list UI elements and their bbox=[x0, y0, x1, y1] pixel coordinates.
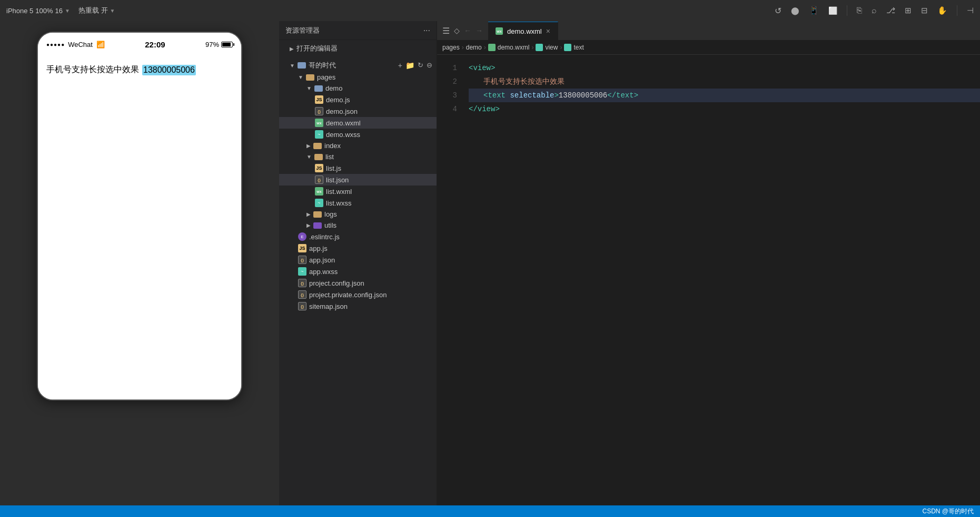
demo-wxml-label: demo.wxml bbox=[326, 119, 361, 127]
breadcrumb-sep-1: › bbox=[462, 44, 464, 51]
pages-folder[interactable]: ▼ pages bbox=[279, 72, 437, 83]
sitemap-file[interactable]: {} sitemap.json bbox=[279, 300, 437, 312]
copy-icon[interactable]: ⎘ bbox=[857, 6, 862, 15]
logs-label: logs bbox=[324, 210, 337, 218]
list-wxml-icon: wx bbox=[315, 187, 323, 196]
bookmark-icon[interactable]: ◇ bbox=[454, 26, 460, 35]
list-js-icon: JS bbox=[315, 164, 323, 172]
breadcrumb-sep-3: › bbox=[531, 44, 533, 51]
app-json-icon: {} bbox=[298, 256, 306, 264]
logs-folder-icon bbox=[313, 211, 322, 218]
list-label: list bbox=[325, 153, 334, 161]
hamburger-icon[interactable]: ☰ bbox=[442, 26, 450, 36]
project-name-label: 哥的时代 bbox=[309, 61, 336, 70]
window-icon[interactable]: ⬜ bbox=[828, 6, 837, 15]
device-selector[interactable]: iPhone 5 100% 16 ▼ bbox=[6, 7, 70, 15]
project-folder[interactable]: ▼ 哥的时代 + 📁 ↻ ⊖ bbox=[279, 59, 437, 72]
project-config-file[interactable]: {} project.config.json bbox=[279, 277, 437, 289]
open-editors-label: 打开的编辑器 bbox=[296, 44, 338, 53]
branch-icon[interactable]: ⎇ bbox=[886, 6, 895, 15]
logs-folder[interactable]: ▶ logs bbox=[279, 209, 437, 220]
eslint-icon: E bbox=[298, 232, 306, 241]
grid-icon[interactable]: ⊞ bbox=[905, 6, 912, 15]
breadcrumb-text: text bbox=[573, 44, 583, 51]
phone-battery: 97% bbox=[205, 41, 233, 48]
refresh-tree-icon[interactable]: ↻ bbox=[418, 61, 423, 70]
list-js-label: list.js bbox=[326, 164, 341, 172]
project-private-file[interactable]: {} project.private.config.json bbox=[279, 289, 437, 300]
collapse-all-icon[interactable]: ⊖ bbox=[427, 61, 432, 70]
code-line-2: 手机号支持长按选中效果 bbox=[469, 75, 980, 89]
app-json-label: app.json bbox=[309, 256, 335, 264]
app-wxss-file[interactable]: ~ app.wxss bbox=[279, 266, 437, 277]
phone-content: 手机号支持长按选中效果 13800005006 bbox=[38, 56, 241, 399]
back-icon[interactable]: ← bbox=[464, 26, 471, 35]
tab-close-btn[interactable]: × bbox=[546, 27, 550, 35]
list-folder[interactable]: ▼ list bbox=[279, 151, 437, 162]
code-phone-value: 13800005006 bbox=[559, 89, 607, 102]
phone-icon[interactable]: 📱 bbox=[809, 6, 819, 15]
top-bar-left: iPhone 5 100% 16 ▼ 热重载 开 ▼ bbox=[6, 6, 115, 15]
refresh-icon[interactable]: ↺ bbox=[775, 6, 781, 16]
credit-label: CSDN @哥的时代 bbox=[922, 507, 974, 516]
forward-icon[interactable]: → bbox=[476, 26, 483, 35]
project-config-icon: {} bbox=[298, 279, 306, 287]
add-file-icon[interactable]: + bbox=[398, 61, 402, 70]
split-icon[interactable]: ⊣ bbox=[967, 6, 974, 15]
carrier-label: WeChat bbox=[68, 41, 93, 48]
demo-json-file[interactable]: {} demo.json bbox=[279, 105, 437, 117]
list-folder-icon bbox=[314, 154, 323, 160]
hot-reload-toggle[interactable]: 热重载 开 ▼ bbox=[78, 6, 115, 15]
demo-wxss-file[interactable]: ~ demo.wxss bbox=[279, 129, 437, 140]
eslintrc-label: .eslintrc.js bbox=[309, 233, 340, 241]
more-icon[interactable]: ··· bbox=[423, 26, 430, 35]
utils-label: utils bbox=[324, 221, 336, 229]
sitemap-icon: {} bbox=[298, 302, 306, 310]
demo-js-file[interactable]: JS demo.js bbox=[279, 94, 437, 105]
open-editors-toggle[interactable]: ▶ 打开的编辑器 bbox=[279, 42, 437, 55]
project-folder-icon bbox=[298, 62, 306, 69]
list-wxml-label: list.wxml bbox=[326, 188, 352, 196]
pages-chevron: ▼ bbox=[298, 74, 303, 80]
phone-label-text: 手机号支持长按选中效果 bbox=[46, 64, 139, 75]
utils-folder-icon bbox=[313, 222, 322, 229]
wxss-icon: ~ bbox=[315, 130, 323, 139]
breadcrumb-file: demo.wxml bbox=[498, 44, 530, 51]
list-wxss-file[interactable]: ~ list.wxss bbox=[279, 197, 437, 209]
breadcrumb-demo: demo bbox=[466, 44, 482, 51]
demo-folder[interactable]: ▼ demo bbox=[279, 83, 437, 94]
table-icon[interactable]: ⊟ bbox=[921, 6, 928, 15]
app-json-file[interactable]: {} app.json bbox=[279, 254, 437, 266]
list-json-label: list.json bbox=[326, 176, 349, 184]
top-bar: iPhone 5 100% 16 ▼ 热重载 开 ▼ ↺ ⬤ 📱 ⬜ ⎘ ⌕ ⎇… bbox=[0, 0, 980, 21]
utils-folder[interactable]: ▶ utils bbox=[279, 220, 437, 231]
battery-icon bbox=[221, 42, 233, 47]
logs-chevron: ▶ bbox=[306, 211, 311, 217]
list-js-file[interactable]: JS list.js bbox=[279, 162, 437, 174]
list-json-file[interactable]: {} list.json bbox=[279, 174, 437, 186]
search-icon[interactable]: ⌕ bbox=[872, 6, 877, 15]
code-attr-selectable: selectable bbox=[510, 89, 554, 102]
line-num-4: 4 bbox=[437, 102, 457, 116]
phone-text-line: 手机号支持长按选中效果 13800005006 bbox=[46, 64, 233, 75]
add-folder-icon[interactable]: 📁 bbox=[405, 61, 414, 70]
line-num-3: 3 bbox=[437, 89, 457, 102]
code-content[interactable]: <view> 手机号支持长按选中效果 < text selectable > 1… bbox=[463, 55, 980, 505]
simulator-panel: ●●●●● WeChat 📶 22:09 97% 手机号支持长按选 bbox=[0, 21, 279, 505]
phone-status-bar: ●●●●● WeChat 📶 22:09 97% bbox=[38, 33, 241, 56]
phone-phone-number[interactable]: 13800005006 bbox=[142, 65, 196, 75]
code-tag-close-view: </view> bbox=[469, 102, 500, 116]
hand-icon[interactable]: ✋ bbox=[937, 6, 947, 15]
demo-wxml-tab[interactable]: wx demo.wxml × bbox=[488, 22, 558, 40]
index-folder[interactable]: ▶ index bbox=[279, 140, 437, 151]
list-wxss-icon: ~ bbox=[315, 199, 323, 207]
app-js-file[interactable]: JS app.js bbox=[279, 242, 437, 254]
breadcrumb-pages: pages bbox=[442, 44, 460, 51]
code-editor[interactable]: 1 2 3 4 <view> 手机号支持长按选中效果 < bbox=[437, 55, 980, 505]
list-wxml-file[interactable]: wx list.wxml bbox=[279, 186, 437, 197]
eslintrc-file[interactable]: E .eslintrc.js bbox=[279, 231, 437, 242]
stop-icon[interactable]: ⬤ bbox=[791, 6, 799, 15]
project-chevron: ▼ bbox=[290, 63, 295, 69]
demo-wxml-file[interactable]: wx demo.wxml bbox=[279, 117, 437, 129]
json-icon: {} bbox=[315, 107, 323, 115]
